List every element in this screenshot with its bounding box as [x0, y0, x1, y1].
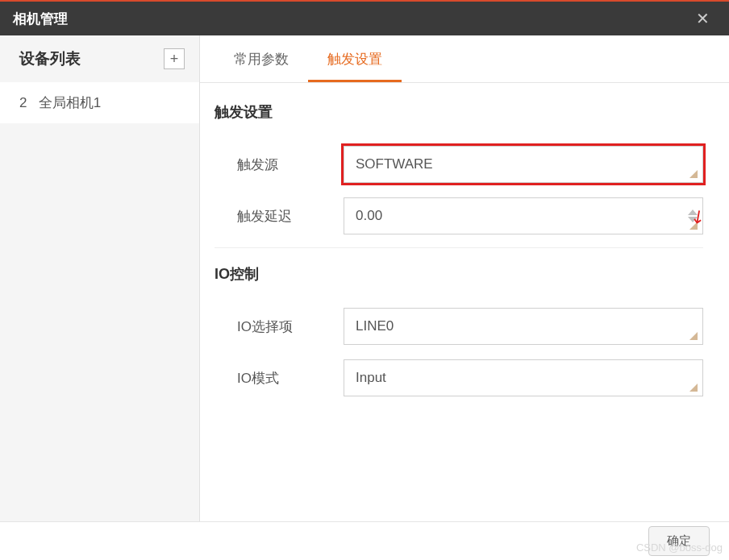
trigger-section: 触发设置 触发源 SOFTWARE 触发延迟 0.00 [215, 102, 703, 248]
trigger-source-value: SOFTWARE [356, 156, 433, 172]
window-title: 相机管理 [13, 10, 68, 28]
device-label: 全局相机1 [39, 95, 101, 110]
plus-icon: + [170, 51, 179, 68]
titlebar: 相机管理 ✕ [0, 0, 729, 35]
device-list-item[interactable]: 2 全局相机1 [0, 82, 199, 123]
settings-panel: 触发设置 触发源 SOFTWARE 触发延迟 0.00 [200, 83, 729, 521]
trigger-source-label: 触发源 [215, 156, 344, 174]
ok-button[interactable]: 确定 [648, 526, 710, 556]
close-icon[interactable]: ✕ [689, 6, 716, 31]
sidebar-header: 设备列表 + [0, 35, 199, 82]
sidebar: 设备列表 + 2 全局相机1 [0, 35, 200, 521]
trigger-section-title: 触发设置 [215, 102, 703, 131]
io-mode-row: IO模式 Input [215, 359, 703, 396]
io-section: IO控制 IO选择项 LINE0 IO模式 Input [215, 264, 703, 396]
io-mode-label: IO模式 [215, 369, 344, 388]
tab-trigger-settings[interactable]: 触发设置 [308, 35, 402, 82]
add-device-button[interactable]: + [164, 48, 185, 69]
io-mode-dropdown[interactable]: Input [344, 359, 703, 396]
trigger-source-highlight: SOFTWARE [344, 146, 703, 183]
io-select-value: LINE0 [356, 318, 394, 334]
trigger-source-row: 触发源 SOFTWARE [215, 146, 703, 183]
trigger-delay-label: 触发延迟 [215, 207, 344, 226]
dropdown-icon [689, 384, 698, 392]
trigger-source-select[interactable]: SOFTWARE [344, 146, 703, 183]
io-select-dropdown[interactable]: LINE0 [344, 308, 703, 345]
main-area: 设备列表 + 2 全局相机1 常用参数 触发设置 触发设置 触发源 S [0, 35, 729, 521]
io-select-label: IO选择项 [215, 317, 344, 336]
trigger-delay-value: 0.00 [356, 208, 382, 224]
io-mode-value: Input [356, 370, 386, 386]
content-panel: 常用参数 触发设置 触发设置 触发源 SOFTWARE 触发延迟 [200, 35, 729, 521]
trigger-delay-input[interactable]: 0.00 [344, 197, 703, 234]
io-select-row: IO选择项 LINE0 [215, 308, 703, 345]
dropdown-icon [689, 332, 698, 340]
footer: 确定 [0, 521, 729, 560]
device-list-title: 设备列表 [19, 48, 81, 69]
trigger-delay-control: 0.00 [344, 197, 703, 234]
io-section-title: IO控制 [215, 264, 703, 293]
io-mode-control: Input [344, 359, 703, 396]
device-index: 2 [19, 95, 27, 110]
tab-common-params[interactable]: 常用参数 [215, 35, 308, 82]
io-select-control: LINE0 [344, 308, 703, 345]
trigger-delay-row: 触发延迟 0.00 [215, 197, 703, 234]
dropdown-icon [689, 170, 698, 178]
tabs: 常用参数 触发设置 [200, 35, 729, 83]
